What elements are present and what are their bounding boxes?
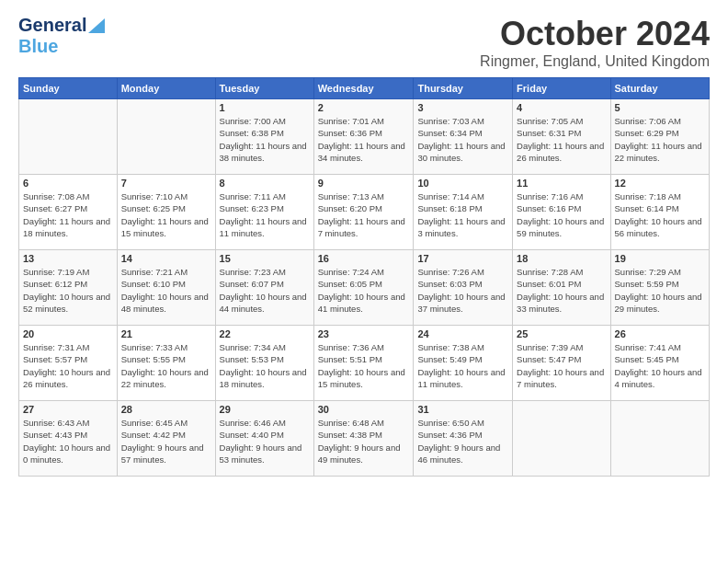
day-info: Sunrise: 7:41 AM Sunset: 5:45 PM Dayligh… [615,341,705,390]
day-info: Sunrise: 7:29 AM Sunset: 5:59 PM Dayligh… [615,266,705,315]
table-row: 22Sunrise: 7:34 AM Sunset: 5:53 PM Dayli… [215,326,313,401]
logo-text-blue: Blue [18,36,58,57]
table-row: 24Sunrise: 7:38 AM Sunset: 5:49 PM Dayli… [414,326,513,401]
day-number: 15 [220,253,310,264]
day-number: 17 [417,253,508,264]
day-info: Sunrise: 6:43 AM Sunset: 4:43 PM Dayligh… [23,417,113,465]
day-number: 8 [220,178,310,189]
header: General Blue October 2024 Ringmer, Engla… [18,15,710,70]
title-section: October 2024 Ringmer, England, United Ki… [480,15,710,70]
col-thursday: Thursday [414,78,513,99]
day-number: 12 [615,178,705,189]
day-info: Sunrise: 7:34 AM Sunset: 5:53 PM Dayligh… [220,341,310,390]
table-row: 11Sunrise: 7:16 AM Sunset: 6:16 PM Dayli… [513,175,610,250]
day-info: Sunrise: 7:10 AM Sunset: 6:25 PM Dayligh… [121,190,211,239]
col-saturday: Saturday [610,78,709,99]
table-row: 1Sunrise: 7:00 AM Sunset: 6:38 PM Daylig… [215,99,313,175]
table-row [117,99,215,175]
day-number: 2 [318,102,410,113]
day-info: Sunrise: 7:21 AM Sunset: 6:10 PM Dayligh… [121,266,211,315]
day-number: 7 [121,178,211,189]
table-row: 26Sunrise: 7:41 AM Sunset: 5:45 PM Dayli… [610,326,709,401]
day-info: Sunrise: 6:50 AM Sunset: 4:36 PM Dayligh… [417,417,508,465]
col-tuesday: Tuesday [215,78,313,99]
day-number: 20 [23,328,113,339]
logo-triangle-icon [88,18,105,33]
table-row: 30Sunrise: 6:48 AM Sunset: 4:38 PM Dayli… [313,401,414,477]
day-info: Sunrise: 7:13 AM Sunset: 6:20 PM Dayligh… [318,190,410,239]
day-info: Sunrise: 7:31 AM Sunset: 5:57 PM Dayligh… [23,341,113,390]
table-row: 29Sunrise: 6:46 AM Sunset: 4:40 PM Dayli… [215,401,313,477]
table-row: 6Sunrise: 7:08 AM Sunset: 6:27 PM Daylig… [19,175,118,250]
calendar-week-row: 20Sunrise: 7:31 AM Sunset: 5:57 PM Dayli… [19,326,710,401]
table-row: 7Sunrise: 7:10 AM Sunset: 6:25 PM Daylig… [117,175,215,250]
table-row: 27Sunrise: 6:43 AM Sunset: 4:43 PM Dayli… [19,401,118,477]
day-number: 10 [417,178,508,189]
table-row: 16Sunrise: 7:24 AM Sunset: 6:05 PM Dayli… [313,250,414,326]
day-info: Sunrise: 7:00 AM Sunset: 6:38 PM Dayligh… [220,115,310,164]
day-info: Sunrise: 7:01 AM Sunset: 6:36 PM Dayligh… [318,115,410,164]
col-friday: Friday [513,78,610,99]
table-row: 10Sunrise: 7:14 AM Sunset: 6:18 PM Dayli… [414,175,513,250]
table-row: 21Sunrise: 7:33 AM Sunset: 5:55 PM Dayli… [117,326,215,401]
table-row: 9Sunrise: 7:13 AM Sunset: 6:20 PM Daylig… [313,175,414,250]
table-row: 14Sunrise: 7:21 AM Sunset: 6:10 PM Dayli… [117,250,215,326]
day-info: Sunrise: 6:45 AM Sunset: 4:42 PM Dayligh… [121,417,211,465]
day-info: Sunrise: 7:16 AM Sunset: 6:16 PM Dayligh… [517,190,606,239]
day-number: 9 [318,178,410,189]
day-number: 5 [615,102,705,113]
day-number: 23 [318,328,410,339]
day-number: 29 [220,404,310,415]
day-number: 31 [417,404,508,415]
col-sunday: Sunday [19,78,118,99]
day-number: 14 [121,253,211,264]
day-number: 21 [121,328,211,339]
table-row: 2Sunrise: 7:01 AM Sunset: 6:36 PM Daylig… [313,99,414,175]
day-info: Sunrise: 7:11 AM Sunset: 6:23 PM Dayligh… [220,190,310,239]
table-row: 18Sunrise: 7:28 AM Sunset: 6:01 PM Dayli… [513,250,610,326]
day-info: Sunrise: 7:14 AM Sunset: 6:18 PM Dayligh… [417,190,508,239]
day-number: 27 [23,404,113,415]
day-number: 4 [517,102,606,113]
day-number: 16 [318,253,410,264]
day-number: 26 [615,328,705,339]
page: General Blue October 2024 Ringmer, Engla… [0,0,728,486]
calendar-week-row: 27Sunrise: 6:43 AM Sunset: 4:43 PM Dayli… [19,401,710,477]
day-info: Sunrise: 7:38 AM Sunset: 5:49 PM Dayligh… [417,341,508,390]
logo: General Blue [18,15,105,57]
logo-text-general: General [18,15,86,36]
day-info: Sunrise: 7:05 AM Sunset: 6:31 PM Dayligh… [517,115,606,164]
day-number: 30 [318,404,410,415]
calendar-table: Sunday Monday Tuesday Wednesday Thursday… [18,77,710,477]
day-info: Sunrise: 7:36 AM Sunset: 5:51 PM Dayligh… [318,341,410,390]
day-number: 22 [220,328,310,339]
table-row: 17Sunrise: 7:26 AM Sunset: 6:03 PM Dayli… [414,250,513,326]
day-number: 25 [517,328,606,339]
day-info: Sunrise: 6:46 AM Sunset: 4:40 PM Dayligh… [220,417,310,465]
table-row [513,401,610,477]
location: Ringmer, England, United Kingdom [480,53,710,70]
day-info: Sunrise: 7:19 AM Sunset: 6:12 PM Dayligh… [23,266,113,315]
table-row: 5Sunrise: 7:06 AM Sunset: 6:29 PM Daylig… [610,99,709,175]
day-info: Sunrise: 7:39 AM Sunset: 5:47 PM Dayligh… [517,341,606,390]
table-row: 3Sunrise: 7:03 AM Sunset: 6:34 PM Daylig… [414,99,513,175]
day-info: Sunrise: 7:06 AM Sunset: 6:29 PM Dayligh… [615,115,705,164]
table-row: 8Sunrise: 7:11 AM Sunset: 6:23 PM Daylig… [215,175,313,250]
table-row: 28Sunrise: 6:45 AM Sunset: 4:42 PM Dayli… [117,401,215,477]
day-info: Sunrise: 7:26 AM Sunset: 6:03 PM Dayligh… [417,266,508,315]
day-info: Sunrise: 7:18 AM Sunset: 6:14 PM Dayligh… [615,190,705,239]
table-row: 15Sunrise: 7:23 AM Sunset: 6:07 PM Dayli… [215,250,313,326]
table-row: 4Sunrise: 7:05 AM Sunset: 6:31 PM Daylig… [513,99,610,175]
table-row [610,401,709,477]
table-row: 25Sunrise: 7:39 AM Sunset: 5:47 PM Dayli… [513,326,610,401]
table-row: 23Sunrise: 7:36 AM Sunset: 5:51 PM Dayli… [313,326,414,401]
day-number: 1 [220,102,310,113]
day-number: 6 [23,178,113,189]
day-info: Sunrise: 7:33 AM Sunset: 5:55 PM Dayligh… [121,341,211,390]
day-number: 24 [417,328,508,339]
day-number: 19 [615,253,705,264]
day-info: Sunrise: 7:28 AM Sunset: 6:01 PM Dayligh… [517,266,606,315]
table-row: 31Sunrise: 6:50 AM Sunset: 4:36 PM Dayli… [414,401,513,477]
calendar-week-row: 6Sunrise: 7:08 AM Sunset: 6:27 PM Daylig… [19,175,710,250]
day-number: 11 [517,178,606,189]
